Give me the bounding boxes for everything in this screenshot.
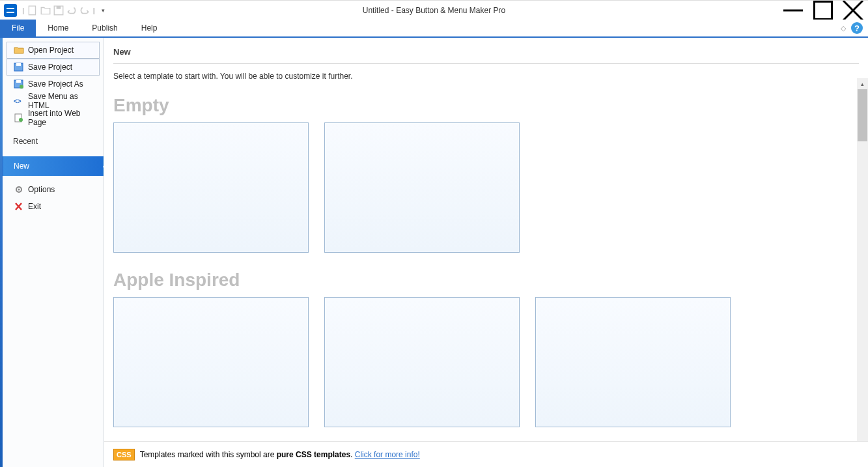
template-card[interactable] bbox=[113, 122, 309, 253]
svg-rect-4 bbox=[815, 2, 832, 20]
tab-publish[interactable]: Publish bbox=[80, 20, 129, 36]
svg-text:<>: <> bbox=[14, 98, 21, 105]
sidebar-item-recent[interactable]: Recent bbox=[3, 132, 104, 151]
svg-rect-8 bbox=[16, 63, 21, 66]
scroll-thumb[interactable] bbox=[858, 89, 867, 141]
floppy-as-icon bbox=[14, 79, 24, 89]
maximize-button[interactable] bbox=[808, 1, 838, 20]
titlebar: | | ▾ Untitled - Easy Button & Menu Make… bbox=[0, 0, 868, 20]
customize-dropdown-icon[interactable]: ▾ bbox=[98, 5, 109, 16]
window-controls bbox=[778, 1, 868, 20]
content-panel: New Select a template to start with. You… bbox=[104, 38, 868, 467]
sidebar-item-options[interactable]: Options bbox=[7, 181, 100, 198]
content-description: Select a template to start with. You wil… bbox=[104, 64, 868, 86]
sidebar-item-label: Exit bbox=[28, 202, 41, 211]
tab-home[interactable]: Home bbox=[36, 20, 80, 36]
sidebar-item-label: Options bbox=[28, 185, 55, 194]
insert-page-icon bbox=[14, 113, 24, 122]
tab-file[interactable]: File bbox=[0, 20, 36, 36]
footer-link[interactable]: Click for more info! bbox=[355, 450, 420, 459]
main-area: Open Project Save Project Save Project A… bbox=[0, 38, 868, 467]
separator: | bbox=[93, 7, 95, 14]
new-file-icon[interactable] bbox=[27, 5, 38, 16]
template-card[interactable] bbox=[324, 297, 520, 427]
html-code-icon: <> bbox=[14, 96, 24, 106]
gear-icon bbox=[14, 185, 24, 194]
sidebar-item-label: New bbox=[14, 162, 29, 171]
sidebar-item-label: Save Project bbox=[28, 63, 72, 72]
templates-viewport: Empty Apple Inspired bbox=[104, 86, 868, 441]
quick-access-toolbar: | | ▾ bbox=[0, 4, 109, 17]
separator: | bbox=[22, 7, 24, 14]
close-button[interactable] bbox=[838, 1, 868, 20]
open-icon[interactable] bbox=[40, 5, 51, 16]
svg-point-14 bbox=[19, 118, 23, 122]
sidebar-item-save-project-as[interactable]: Save Project As bbox=[7, 76, 100, 92]
scrollbar[interactable]: ▴ bbox=[857, 78, 868, 441]
footer-bar: CSS Templates marked with this symbol ar… bbox=[104, 441, 868, 467]
sidebar-item-label: Save Menu as HTML bbox=[28, 92, 95, 110]
sidebar-item-save-menu-html[interactable]: <> Save Menu as HTML bbox=[7, 92, 100, 109]
ribbon-tabs: File Home Publish Help ◇ ? bbox=[0, 20, 868, 38]
app-icon bbox=[4, 4, 17, 17]
save-icon[interactable] bbox=[53, 5, 64, 16]
footer-text: Templates marked with this symbol are pu… bbox=[140, 450, 420, 459]
scroll-up-icon[interactable]: ▴ bbox=[857, 78, 868, 89]
section-heading-apple: Apple Inspired bbox=[113, 270, 859, 290]
close-x-icon bbox=[14, 202, 24, 211]
sidebar-item-open-project[interactable]: Open Project bbox=[7, 42, 100, 59]
svg-rect-10 bbox=[16, 80, 21, 83]
undo-icon[interactable] bbox=[66, 5, 77, 16]
floppy-icon bbox=[14, 63, 24, 72]
template-card[interactable] bbox=[324, 122, 520, 253]
sidebar-item-label: Open Project bbox=[28, 46, 74, 55]
template-card[interactable] bbox=[535, 297, 731, 427]
css-badge: CSS bbox=[113, 449, 135, 460]
svg-point-16 bbox=[18, 189, 20, 191]
page-title: New bbox=[113, 47, 859, 57]
sidebar-item-label: Insert into Web Page bbox=[28, 109, 95, 127]
sidebar-item-insert-web-page[interactable]: Insert into Web Page bbox=[7, 109, 100, 126]
content-header: New bbox=[104, 38, 868, 61]
sidebar-item-label: Save Project As bbox=[28, 79, 83, 89]
svg-rect-0 bbox=[29, 6, 35, 15]
help-icon[interactable]: ? bbox=[851, 22, 863, 34]
template-row bbox=[113, 122, 859, 253]
sidebar-item-new[interactable]: New bbox=[3, 156, 104, 176]
collapse-ribbon-icon[interactable]: ◇ bbox=[841, 24, 846, 33]
template-card[interactable] bbox=[113, 297, 309, 427]
section-heading-empty: Empty bbox=[113, 95, 859, 116]
folder-open-icon bbox=[14, 46, 24, 55]
redo-icon[interactable] bbox=[79, 5, 91, 16]
sidebar-item-save-project[interactable]: Save Project bbox=[7, 59, 100, 76]
sidebar-item-exit[interactable]: Exit bbox=[7, 198, 100, 215]
svg-point-11 bbox=[20, 85, 23, 89]
window-title: Untitled - Easy Button & Menu Maker Pro bbox=[363, 6, 505, 15]
file-menu-sidebar: Open Project Save Project Save Project A… bbox=[3, 38, 104, 467]
svg-rect-2 bbox=[56, 6, 61, 9]
template-row bbox=[113, 297, 859, 427]
minimize-button[interactable] bbox=[778, 1, 808, 20]
tab-help[interactable]: Help bbox=[130, 20, 169, 36]
